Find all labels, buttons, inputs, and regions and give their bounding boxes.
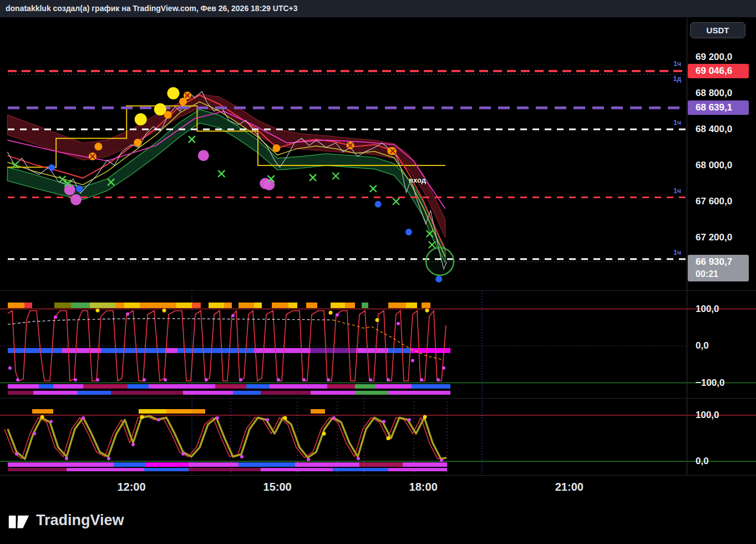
osc1-dot-magenta [54,315,57,319]
price-badge: 69 046,6 [688,64,749,78]
oscillator-pane-1[interactable] [0,290,756,398]
osc1-dot-magenta [16,378,19,381]
tradingview-watermark[interactable]: TradingView [8,511,124,529]
tradingview-wordmark: TradingView [36,512,124,529]
osc1-dot-magenta [437,378,440,381]
price-pane[interactable]: 1ч1д1ч1ч1ч [0,18,756,290]
heatmap-strip-segment [311,409,325,414]
osc2-dot-yellow [387,436,390,440]
signal-dot-magenta [70,194,82,205]
osc2-dot-magenta [82,416,85,420]
osc2-dot-yellow [283,416,287,420]
heatmap-strip-segment [78,391,111,395]
time-axis-separator [0,475,756,476]
price-tick-label: 68 400,0 [696,124,732,135]
osc2-dot-magenta [357,457,360,460]
osc1-dot-magenta [411,359,414,362]
signal-dot-orange [94,143,102,150]
heatmap-strip-segment [388,391,450,395]
heatmap-strip-segment [8,303,24,308]
heatmap-strip-segment [331,303,345,308]
oscillator-1-scale-label: 100,0 [696,304,719,315]
osc2-dot-yellow [322,432,326,436]
heatmap-strip-segment [115,303,124,308]
heatmap-strip-segment [114,462,145,467]
osc2-dot-yellow [140,415,144,419]
osc1-dot-yellow [376,318,379,322]
heatmap-strip-segment [128,384,149,389]
heatmap-strip-segment [261,391,311,395]
heatmap-strip-segment [209,303,224,308]
time-tick-label: 18:00 [398,481,448,493]
time-tick-label: 15:00 [252,481,302,493]
osc1-dot-magenta [442,366,445,370]
osc2-dot-magenta [65,457,68,460]
osc2-dot-magenta [107,457,110,460]
osc1-dot-yellow [96,309,100,313]
osc1-dot-magenta [387,378,390,381]
price-candles-path [7,92,447,269]
heatmap-strip-segment [270,384,327,389]
heatmap-strip-segment [306,303,317,308]
timeframe-tag-label: 1ч [673,60,681,68]
heatmap-strip-segment [362,303,368,308]
price-axis-separator [687,18,687,475]
osc2-dot-magenta [332,416,336,420]
price-badge-countdown: 00:21 [696,268,749,280]
heatmap-strip-segment [71,303,90,308]
time-tick-label: 21:00 [544,481,594,493]
osc2-dot-magenta [157,418,160,421]
osc1-dot-magenta [164,378,167,381]
heatmap-strip-segment [345,303,355,308]
osc1-dot-magenta [96,378,99,381]
price-tick-label: 68 800,0 [696,88,732,99]
entry-highlight-circle [426,248,454,275]
heatmap-strip-segment [24,303,32,308]
osc2-dot-magenta [181,452,185,456]
heatmap-strip-segment [311,391,355,395]
osc1-dot-magenta [205,378,208,381]
heatmap-strip-segment [33,391,78,395]
heatmap-strip-segment [412,384,450,389]
signal-dot-blue [375,201,382,208]
signal-dot-blue [435,276,442,283]
pane-separator[interactable] [0,290,756,291]
heatmap-strip-segment [375,384,412,389]
heatmap-strip-segment [295,462,359,467]
currency-chip[interactable]: USDT [690,22,745,38]
heatmap-strip-segment [355,391,388,395]
chart-attribution-bar: donatakkluk создал(а) график на TradingV… [0,0,756,17]
osc1-dot-magenta [369,378,372,381]
heatmap-strip-segment [39,384,53,389]
price-badge-value: 68 639,1 [696,102,732,113]
heatmap-strip-segment [67,468,144,471]
oscillator-pane-2[interactable] [0,398,756,475]
oscillator-1-slow-line-white [8,319,333,325]
heatmap-strip-segment [32,409,53,414]
heatmap-strip-segment [239,303,254,308]
osc2-dot-magenta [216,416,219,420]
heatmap-strip-segment [288,303,297,308]
osc2-dot-magenta [49,420,53,424]
signal-dot-blue [48,164,55,171]
heatmap-strip-segment [239,462,295,467]
timeframe-tag-label: 1д [673,75,682,83]
oscillator-1-scale-label: −100,0 [696,377,724,389]
heatmap-strip-segment [422,303,430,308]
signal-dot-yellow [135,113,147,125]
pane-separator[interactable] [0,398,756,399]
timeframe-tag-label: 1ч [673,249,681,256]
heatmap-strip-segment [388,468,447,471]
heatmap-strip-segment [388,303,406,308]
osc1-dot-magenta [126,313,129,316]
osc2-dot-magenta [33,432,36,435]
oscillator-1-scale-label: 0,0 [696,340,709,351]
price-tick-label: 69 200,0 [696,52,732,63]
heatmap-strip-segment [272,303,288,308]
heatmap-strip-segment [111,391,183,395]
attribution-text: donatakkluk создал(а) график на TradingV… [6,4,298,13]
osc2-dot-yellow [40,415,44,419]
osc2-dot-magenta [307,458,310,461]
heatmap-strip-segment [124,303,140,308]
signal-dot-orange [134,139,141,147]
